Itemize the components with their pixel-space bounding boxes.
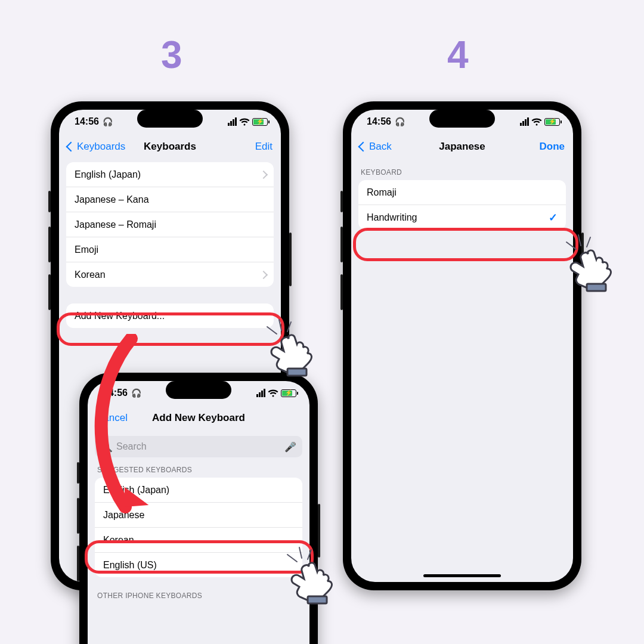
wifi-icon — [239, 117, 250, 126]
keyboard-row[interactable]: Japanese – Romaji — [66, 212, 274, 237]
wifi-icon — [268, 389, 278, 397]
row-label: English (Japan) — [103, 485, 169, 496]
chevron-left-icon — [358, 142, 369, 152]
nav-bar: Back Japanese Done — [351, 134, 573, 160]
row-label: Emoji — [75, 244, 98, 255]
status-time: 14:56 — [367, 116, 391, 127]
keyboard-row[interactable]: English (Japan) — [66, 162, 274, 187]
cancel-button[interactable]: Cancel — [96, 412, 128, 424]
edit-button[interactable]: Edit — [255, 141, 273, 153]
nav-title: Japanese — [439, 141, 485, 153]
suggested-keyboard-row[interactable]: Korean — [95, 527, 302, 552]
chevron-right-icon — [259, 170, 268, 178]
suggested-keyboard-row[interactable]: English (US) — [95, 552, 302, 577]
step-label-4: 4 — [447, 33, 469, 77]
back-button[interactable]: Back — [360, 141, 392, 153]
checkmark-icon: ✓ — [549, 211, 558, 224]
cancel-label: Cancel — [96, 412, 128, 424]
search-input[interactable]: 🔍 Search 🎤 — [95, 436, 302, 457]
row-label: English (Japan) — [75, 169, 141, 180]
suggested-keyboard-row[interactable]: English (Japan) — [95, 478, 302, 502]
nav-bar: Cancel Add New Keyboard — [88, 405, 309, 431]
phone-add-keyboard: 14:56🎧 ⚡ Cancel Add New Keyboard 🔍 Searc… — [79, 373, 318, 644]
done-button[interactable]: Done — [540, 141, 565, 153]
chevron-right-icon — [259, 270, 268, 278]
row-label: Japanese – Romaji — [75, 219, 156, 230]
row-label: Romaji — [367, 187, 397, 198]
cellular-icon — [520, 117, 529, 126]
chevron-left-icon — [66, 142, 76, 152]
row-label: Add New Keyboard... — [75, 311, 165, 321]
battery-icon: ⚡ — [252, 118, 268, 126]
row-label: Japanese – Kana — [75, 194, 149, 205]
home-indicator — [423, 574, 501, 577]
back-button[interactable]: Keyboards — [67, 141, 125, 153]
section-header: SUGGESTED KEYBOARDS — [88, 457, 309, 478]
status-time: 14:56 — [75, 116, 99, 127]
keyboard-row[interactable]: Emoji — [66, 237, 274, 262]
nav-bar: Keyboards Keyboards Edit — [59, 134, 281, 160]
step-label-3: 3 — [161, 33, 182, 77]
battery-icon: ⚡ — [544, 118, 560, 126]
headphones-icon: 🎧 — [131, 388, 141, 398]
row-label: Japanese — [103, 510, 144, 521]
keyboard-row[interactable]: Japanese – Kana — [66, 187, 274, 212]
phone-japanese: 14:56🎧 ⚡ Back Japanese Done KEYBOARD Rom… — [343, 101, 581, 590]
search-placeholder: Search — [116, 441, 147, 452]
row-label: Handwriting — [367, 212, 417, 223]
keyboard-row[interactable]: Korean — [66, 262, 274, 287]
cellular-icon — [256, 389, 265, 397]
svg-line-10 — [587, 237, 590, 247]
mic-icon: 🎤 — [284, 441, 296, 453]
headphones-icon: 🎧 — [103, 117, 113, 126]
search-icon: 🔍 — [101, 441, 113, 453]
keyboard-type-row[interactable]: Romaji — [358, 180, 566, 205]
nav-title: Keyboards — [144, 141, 196, 153]
suggested-keyboard-row-japanese[interactable]: Japanese — [95, 502, 302, 527]
headphones-icon: 🎧 — [395, 117, 405, 126]
row-label: Korean — [75, 270, 106, 280]
section-header: KEYBOARD — [351, 160, 573, 180]
nav-title: Add New Keyboard — [152, 412, 245, 424]
battery-icon: ⚡ — [281, 389, 296, 397]
section-header: OTHER IPHONE KEYBOARDS — [88, 577, 309, 603]
back-label: Back — [369, 141, 392, 153]
svg-rect-11 — [587, 284, 606, 291]
back-label: Keyboards — [77, 141, 125, 153]
status-time: 14:56 — [103, 388, 128, 398]
row-label: Korean — [103, 535, 134, 546]
cellular-icon — [228, 117, 237, 126]
add-new-keyboard-button[interactable]: Add New Keyboard... — [66, 304, 274, 328]
wifi-icon — [531, 117, 542, 126]
keyboard-type-row-handwriting[interactable]: Handwriting✓ — [358, 205, 566, 230]
row-label: English (US) — [103, 560, 157, 571]
